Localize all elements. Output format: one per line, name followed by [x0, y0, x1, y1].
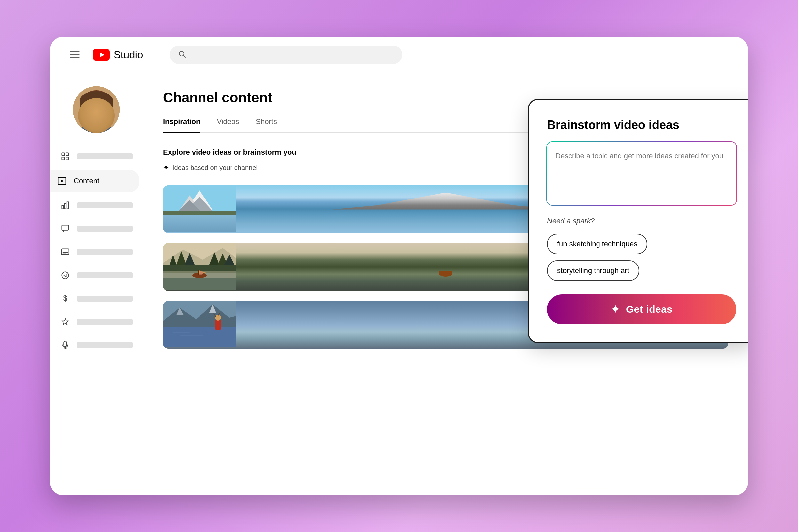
- svg-point-12: [81, 108, 87, 115]
- svg-rect-5: [73, 87, 120, 133]
- studio-label: Studio: [114, 49, 143, 61]
- monetization-icon: $: [60, 293, 71, 304]
- topic-input-wrapper: [547, 142, 737, 205]
- search-icon: [178, 50, 186, 60]
- tab-inspiration[interactable]: Inspiration: [163, 117, 200, 133]
- svg-point-15: [99, 108, 102, 112]
- topic-input[interactable]: [547, 142, 737, 205]
- avatar: [73, 87, 120, 133]
- sidebar-skeleton-subtitles: [77, 249, 133, 255]
- sidebar-item-audio[interactable]: [50, 335, 142, 355]
- menu-icon[interactable]: [70, 51, 80, 58]
- panel-title: Brainstorm video ideas: [547, 118, 737, 132]
- svg-point-59: [200, 271, 203, 274]
- subtitles-icon: [60, 247, 71, 258]
- sidebar-item-dashboard[interactable]: [50, 146, 142, 166]
- sidebar-item-monetization[interactable]: $: [50, 289, 142, 308]
- svg-text:©: ©: [63, 273, 67, 278]
- svg-rect-34: [63, 341, 66, 346]
- svg-line-3: [183, 55, 185, 57]
- svg-rect-27: [62, 225, 69, 230]
- customization-icon: [60, 317, 71, 327]
- svg-point-16: [90, 108, 94, 113]
- svg-rect-18: [62, 153, 64, 156]
- search-bar[interactable]: [170, 45, 402, 64]
- spark-label: Need a spark?: [547, 217, 737, 225]
- sidebar: Content: [50, 73, 143, 495]
- svg-rect-64: [163, 327, 236, 347]
- avatar-image: [73, 87, 120, 133]
- svg-point-14: [91, 108, 94, 112]
- svg-rect-21: [66, 157, 69, 159]
- sparkle-bullet-icon: ✦: [163, 163, 169, 172]
- sparkle-button-icon: ✦: [611, 303, 620, 316]
- content-icon: [57, 175, 67, 186]
- svg-rect-20: [62, 157, 64, 159]
- youtube-logo-icon: [93, 49, 110, 60]
- header: Studio: [50, 37, 748, 73]
- ideas-based-label: Ideas based on your channel: [172, 164, 258, 172]
- svg-rect-25: [64, 204, 66, 209]
- sidebar-item-customization[interactable]: [50, 312, 142, 332]
- sidebar-skeleton-dashboard: [77, 153, 133, 159]
- sidebar-skeleton-analytics: [77, 203, 133, 208]
- chip-sketching[interactable]: fun sketching techniques: [547, 234, 647, 254]
- svg-rect-7: [92, 120, 100, 130]
- browser-window: Studio: [50, 37, 748, 495]
- sidebar-item-content-label: Content: [74, 176, 99, 185]
- tab-shorts[interactable]: Shorts: [256, 117, 277, 133]
- analytics-icon: [60, 200, 71, 211]
- sidebar-item-comments[interactable]: [50, 219, 142, 239]
- chip-storytelling[interactable]: storytelling through art: [547, 260, 640, 281]
- svg-rect-24: [62, 206, 63, 209]
- get-ideas-label: Get ideas: [626, 304, 673, 315]
- svg-point-10: [81, 101, 89, 115]
- sidebar-item-copyright[interactable]: ©: [50, 265, 142, 285]
- sidebar-item-subtitles[interactable]: [50, 242, 142, 262]
- sidebar-skeleton-customization: [77, 319, 133, 325]
- svg-point-11: [104, 101, 112, 115]
- svg-point-13: [106, 108, 111, 115]
- svg-point-69: [215, 315, 221, 321]
- sidebar-skeleton-audio: [77, 342, 133, 348]
- grid-icon: [60, 151, 71, 162]
- svg-marker-23: [61, 179, 63, 182]
- chip-row: fun sketching techniques storytelling th…: [547, 234, 737, 281]
- svg-rect-57: [198, 270, 199, 275]
- svg-point-9: [83, 91, 110, 110]
- browser-body: Content: [50, 73, 748, 495]
- sidebar-skeleton-monetization: [77, 296, 133, 302]
- logo-area: Studio: [93, 49, 143, 61]
- sidebar-skeleton-comments: [77, 226, 133, 232]
- comments-icon: [60, 224, 71, 234]
- svg-point-8: [84, 97, 109, 125]
- svg-rect-68: [215, 319, 221, 330]
- sidebar-item-content[interactable]: Content: [50, 170, 139, 192]
- svg-rect-44: [163, 215, 236, 232]
- svg-rect-26: [67, 202, 69, 209]
- svg-text:$: $: [63, 294, 68, 303]
- brainstorm-panel: Brainstorm video ideas Need a spark? fun…: [529, 100, 748, 342]
- tab-videos[interactable]: Videos: [217, 117, 239, 133]
- svg-point-17: [98, 108, 103, 113]
- main-content: Channel content Inspiration Videos Short…: [143, 73, 748, 495]
- audio-icon: [60, 340, 71, 350]
- svg-rect-19: [66, 153, 69, 156]
- sidebar-item-analytics[interactable]: [50, 195, 142, 215]
- get-ideas-button[interactable]: ✦ Get ideas: [547, 294, 737, 324]
- copyright-icon: ©: [60, 270, 71, 281]
- sidebar-skeleton-copyright: [77, 272, 133, 278]
- svg-point-6: [78, 123, 115, 133]
